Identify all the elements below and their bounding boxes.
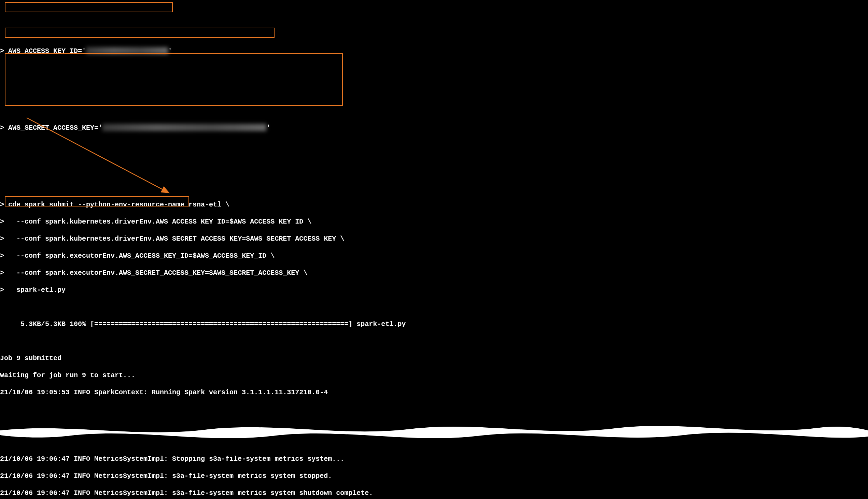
blank-line [0,166,868,175]
highlight-box-secret-key [5,28,275,38]
spark-version-log: 21/10/06 19:05:53 INFO SparkContext: Run… [0,388,868,397]
redacted-access-key-id: ████████████████████ [86,47,168,55]
upload-progress: 5.3KB/5.3KB 100% [======================… [0,320,868,328]
spark-submit-cmd-l6: spark-etl.py [4,286,65,294]
spark-submit-cmd-l3: --conf spark.kubernetes.driverEnv.AWS_SE… [4,235,344,243]
blank-line [0,89,868,98]
terminal-line: > --conf spark.kubernetes.driverEnv.AWS_… [0,217,868,226]
prompt-symbol: > [0,235,4,243]
metrics-stopping-log: 21/10/06 19:06:47 INFO MetricsSystemImpl… [0,455,868,463]
prompt-symbol: > [0,269,4,277]
job-submitted: Job 9 submitted [0,354,868,363]
prompt-symbol: > [0,252,4,260]
terminal-line: > AWS_SECRET_ACCESS_KEY='███████████████… [0,124,868,132]
spark-submit-cmd-l2: --conf spark.kubernetes.driverEnv.AWS_AC… [4,218,311,226]
blank-line [0,72,868,81]
spark-submit-cmd-l5: --conf spark.executorEnv.AWS_SECRET_ACCE… [4,269,307,277]
terminal-line: > AWS_ACCESS_KEY_ID='███████████████████… [0,47,868,55]
terminal-line: > --conf spark.kubernetes.driverEnv.AWS_… [0,234,868,243]
prompt-symbol: > [0,47,4,55]
page-tear-icon [0,420,868,431]
spark-submit-cmd-l1: cde spark submit --python-env-resource-n… [4,201,229,208]
prompt-symbol: > [0,124,4,132]
blank-line [0,149,868,158]
env-assign-key-id: AWS_ACCESS_KEY_ID=' [4,47,86,55]
metrics-shutdown-log: 21/10/06 19:06:47 INFO MetricsSystemImpl… [0,489,868,497]
prompt-symbol: > [0,286,4,294]
prompt-symbol: > [0,218,4,226]
waiting-start: Waiting for job run 9 to start... [0,371,868,379]
env-assign-secret-key-end: ' [266,124,270,132]
terminal-line: > --conf spark.executorEnv.AWS_SECRET_AC… [0,269,868,277]
terminal-line: > cde spark submit --python-env-resource… [0,200,868,209]
highlight-box-access-key [5,2,173,12]
terminal-line: > --conf spark.executorEnv.AWS_ACCESS_KE… [0,252,868,260]
metrics-stopped-log: 21/10/06 19:06:47 INFO MetricsSystemImpl… [0,472,868,480]
redacted-secret-access-key: ████████████████████████████████████████ [103,124,266,132]
prompt-symbol: > [0,201,4,208]
env-assign-key-id-end: ' [168,47,172,55]
terminal-line: > spark-etl.py [0,286,868,294]
spark-submit-cmd-l4: --conf spark.executorEnv.AWS_ACCESS_KEY_… [4,252,275,260]
env-assign-secret-key: AWS_SECRET_ACCESS_KEY=' [4,124,103,132]
